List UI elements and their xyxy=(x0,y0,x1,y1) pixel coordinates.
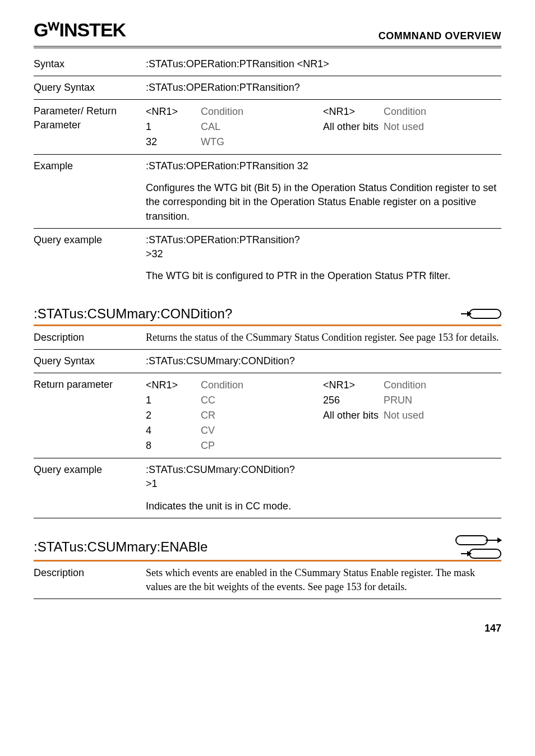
label-query-ex2: Query example xyxy=(34,463,146,513)
p-r2c2: WTG xyxy=(201,134,319,150)
rp-r2c2: CR xyxy=(201,408,319,423)
rp-r1c4: PRUN xyxy=(384,393,501,408)
heading-csummary-condition: :STATus:CSUMmary:CONDition? xyxy=(34,287,501,326)
row-qs2: Query Syntax :STATus:CSUMmary:CONDition? xyxy=(34,350,501,373)
rp-r1c2: CC xyxy=(201,393,319,408)
row-query-ex2: Query example :STATus:CSUMmary:CONDition… xyxy=(34,458,501,518)
qex2-line2: >1 xyxy=(146,477,501,491)
set-icon xyxy=(455,535,501,545)
query-example-line1: :STATus:OPERation:PTRansition? xyxy=(146,233,501,247)
value-query-syntax: :STATus:OPERation:PTRansition? xyxy=(146,81,501,95)
p-hdr3: <NR1> xyxy=(323,104,379,119)
page-number: 147 xyxy=(34,622,501,636)
label-syntax: Syntax xyxy=(34,57,146,71)
p-hdr2: Condition xyxy=(201,104,319,119)
query-example-line2: >32 xyxy=(146,247,501,261)
label-query-example: Query example xyxy=(34,233,146,284)
label-example: Example xyxy=(34,159,146,224)
p-r2c1: 32 xyxy=(146,134,196,150)
label-qs2: Query Syntax xyxy=(34,354,146,368)
p-r1c2: CAL xyxy=(201,119,319,134)
heading-text-3: :STATus:CSUMmary:ENABle xyxy=(34,537,207,556)
heading-text: :STATus:CSUMmary:CONDition? xyxy=(34,304,232,323)
example-code: :STATus:OPERation:PTRansition 32 xyxy=(146,159,501,173)
p-r1c4: Not used xyxy=(384,119,501,134)
row-query-syntax: Query Syntax :STATus:OPERation:PTRansiti… xyxy=(34,76,501,100)
label-query-syntax: Query Syntax xyxy=(34,81,146,95)
value-example: :STATus:OPERation:PTRansition 32 Configu… xyxy=(146,159,501,224)
value-query-ex2: :STATus:CSUMmary:CONDition? >1 Indicates… xyxy=(146,463,501,513)
value-desc3: Sets which events are enabled in the CSu… xyxy=(146,566,501,594)
row-syntax: Syntax :STATus:OPERation:PTRansition <NR… xyxy=(34,53,501,76)
label-parameter: Parameter/ Return Parameter xyxy=(34,104,146,150)
value-desc2: Returns the status of the CSummary Statu… xyxy=(146,331,501,345)
rp-r3c2: CV xyxy=(201,423,319,438)
rp-r3c1: 4 xyxy=(146,423,196,438)
value-qs2: :STATus:CSUMmary:CONDition? xyxy=(146,354,501,368)
qex2-line1: :STATus:CSUMmary:CONDition? xyxy=(146,463,501,477)
value-query-example: :STATus:OPERation:PTRansition? >32 The W… xyxy=(146,233,501,284)
p-r1c1: 1 xyxy=(146,119,196,134)
p-hdr4: Condition xyxy=(384,104,501,119)
brand-logo: GᵂINSTEK xyxy=(34,17,126,44)
label-return-param: Return parameter xyxy=(34,378,146,453)
row-parameter: Parameter/ Return Parameter <NR1> Condit… xyxy=(34,100,501,155)
label-desc2: Description xyxy=(34,331,146,345)
rp-hdr4: Condition xyxy=(384,378,501,393)
heading-csummary-enable: :STATus:CSUMmary:ENABle xyxy=(34,518,501,562)
rp-hdr3: <NR1> xyxy=(323,378,379,393)
p-r1c3: All other bits xyxy=(323,119,379,134)
value-syntax: :STATus:OPERation:PTRansition <NR1> xyxy=(146,57,501,71)
query-icon xyxy=(461,549,501,559)
row-query-example: Query example :STATus:OPERation:PTRansit… xyxy=(34,229,501,288)
value-parameter: <NR1> Condition <NR1> Condition 1 CAL Al… xyxy=(146,104,501,150)
row-desc3: Description Sets which events are enable… xyxy=(34,562,501,599)
label-desc3: Description xyxy=(34,566,146,594)
rp-r1c1: 1 xyxy=(146,393,196,408)
section-title: COMMNAND OVERVIEW xyxy=(379,29,501,43)
rp-r4c1: 8 xyxy=(146,438,196,453)
p-hdr1: <NR1> xyxy=(146,104,196,119)
rp-r1c3: 256 xyxy=(323,393,379,408)
query-example-description: The WTG bit is configured to PTR in the … xyxy=(146,269,501,283)
rp-hdr2: Condition xyxy=(201,378,319,393)
value-return-param: <NR1> Condition <NR1> Condition 1 CC 256… xyxy=(146,378,501,453)
page-header: GᵂINSTEK COMMNAND OVERVIEW xyxy=(34,17,501,48)
qex2-desc: Indicates the unit is in CC mode. xyxy=(146,499,501,513)
rp-hdr1: <NR1> xyxy=(146,378,196,393)
query-only-icon xyxy=(461,309,501,319)
rp-r2c1: 2 xyxy=(146,408,196,423)
row-example: Example :STATus:OPERation:PTRansition 32… xyxy=(34,155,501,229)
rp-r2c4: Not used xyxy=(384,408,501,423)
rp-r4c2: CP xyxy=(201,438,319,453)
set-query-icons xyxy=(455,535,501,559)
row-desc2: Description Returns the status of the CS… xyxy=(34,326,501,350)
row-return-param: Return parameter <NR1> Condition <NR1> C… xyxy=(34,373,501,458)
example-description: Configures the WTG bit (Bit 5) in the Op… xyxy=(146,181,501,224)
rp-r2c3: All other bits xyxy=(323,408,379,423)
